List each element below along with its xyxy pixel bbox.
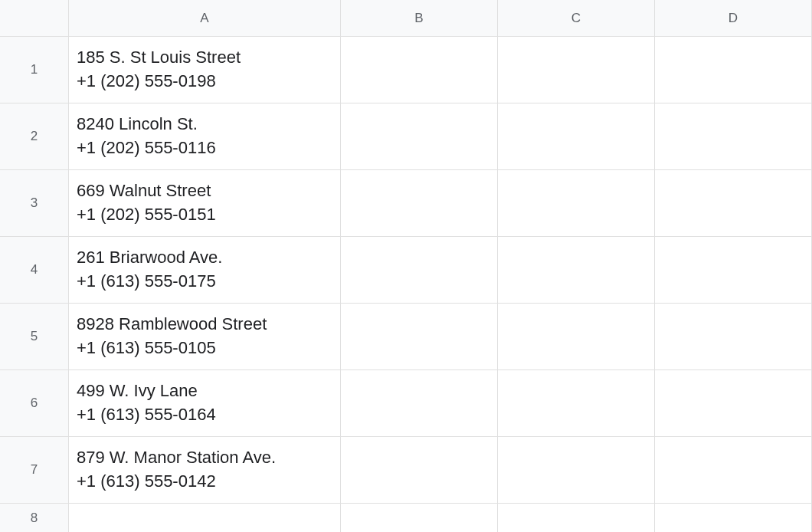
column-header-d[interactable]: D xyxy=(655,0,812,37)
table-row: 8 xyxy=(0,504,812,532)
row-header-7[interactable]: 7 xyxy=(0,437,69,504)
cell-a6[interactable]: 499 W. Ivy Lane +1 (613) 555-0164 xyxy=(69,370,341,437)
row-header-5[interactable]: 5 xyxy=(0,304,69,370)
cell-b3[interactable] xyxy=(341,170,498,237)
table-row: 2 8240 Lincoln St. +1 (202) 555-0116 xyxy=(0,103,812,170)
table-row: 4 261 Briarwood Ave. +1 (613) 555-0175 xyxy=(0,237,812,304)
table-row: 6 499 W. Ivy Lane +1 (613) 555-0164 xyxy=(0,370,812,437)
row-header-6[interactable]: 6 xyxy=(0,370,69,437)
row-header-4[interactable]: 4 xyxy=(0,237,69,304)
cell-c2[interactable] xyxy=(498,103,655,170)
cell-b5[interactable] xyxy=(341,304,498,370)
cell-d3[interactable] xyxy=(655,170,812,237)
cell-a8[interactable] xyxy=(69,504,341,532)
cell-a2[interactable]: 8240 Lincoln St. +1 (202) 555-0116 xyxy=(69,103,341,170)
column-header-a[interactable]: A xyxy=(69,0,341,37)
table-row: 3 669 Walnut Street +1 (202) 555-0151 xyxy=(0,170,812,237)
cell-d1[interactable] xyxy=(655,37,812,103)
cell-b2[interactable] xyxy=(341,103,498,170)
cell-a7[interactable]: 879 W. Manor Station Ave. +1 (613) 555-0… xyxy=(69,437,341,504)
cell-d7[interactable] xyxy=(655,437,812,504)
cell-b4[interactable] xyxy=(341,237,498,304)
select-all-corner[interactable] xyxy=(0,0,69,37)
cell-c1[interactable] xyxy=(498,37,655,103)
row-header-1[interactable]: 1 xyxy=(0,37,69,103)
row-header-2[interactable]: 2 xyxy=(0,103,69,170)
table-row: 5 8928 Ramblewood Street +1 (613) 555-01… xyxy=(0,304,812,370)
cell-b7[interactable] xyxy=(341,437,498,504)
cell-c8[interactable] xyxy=(498,504,655,532)
cell-d8[interactable] xyxy=(655,504,812,532)
cell-d4[interactable] xyxy=(655,237,812,304)
row-header-8[interactable]: 8 xyxy=(0,504,69,532)
cell-d6[interactable] xyxy=(655,370,812,437)
table-row: 7 879 W. Manor Station Ave. +1 (613) 555… xyxy=(0,437,812,504)
cell-b6[interactable] xyxy=(341,370,498,437)
cell-a1[interactable]: 185 S. St Louis Street +1 (202) 555-0198 xyxy=(69,37,341,103)
cell-a4[interactable]: 261 Briarwood Ave. +1 (613) 555-0175 xyxy=(69,237,341,304)
cell-c4[interactable] xyxy=(498,237,655,304)
column-header-c[interactable]: C xyxy=(498,0,655,37)
cell-d5[interactable] xyxy=(655,304,812,370)
cell-a5[interactable]: 8928 Ramblewood Street +1 (613) 555-0105 xyxy=(69,304,341,370)
cell-c6[interactable] xyxy=(498,370,655,437)
cell-a3[interactable]: 669 Walnut Street +1 (202) 555-0151 xyxy=(69,170,341,237)
cell-c7[interactable] xyxy=(498,437,655,504)
column-header-b[interactable]: B xyxy=(341,0,498,37)
cell-b1[interactable] xyxy=(341,37,498,103)
column-header-row: A B C D xyxy=(0,0,812,37)
spreadsheet-grid: A B C D 1 185 S. St Louis Street +1 (202… xyxy=(0,0,812,532)
row-header-3[interactable]: 3 xyxy=(0,170,69,237)
cell-b8[interactable] xyxy=(341,504,498,532)
cell-d2[interactable] xyxy=(655,103,812,170)
table-row: 1 185 S. St Louis Street +1 (202) 555-01… xyxy=(0,37,812,103)
cell-c3[interactable] xyxy=(498,170,655,237)
cell-c5[interactable] xyxy=(498,304,655,370)
